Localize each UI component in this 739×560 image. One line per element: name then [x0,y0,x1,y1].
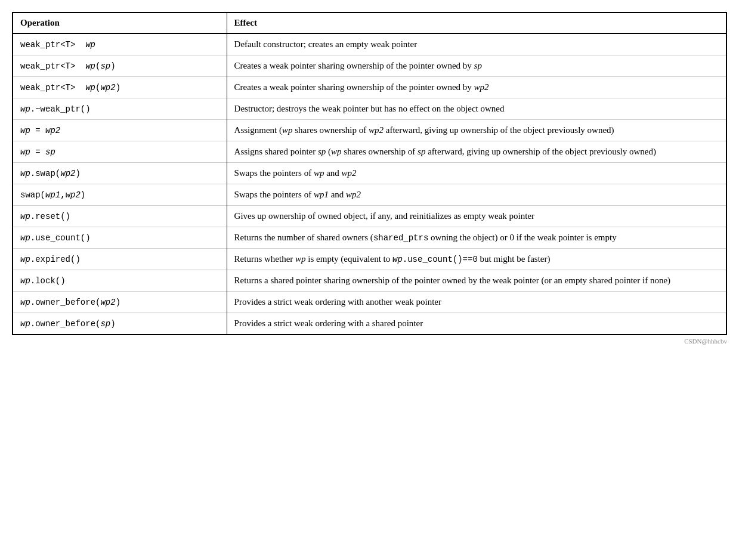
effect-cell: Creates a weak pointer sharing ownership… [227,55,726,77]
operation-cell: wp.owner_before(wp2) [13,292,227,313]
operation-cell: wp.swap(wp2) [13,163,227,184]
operation-cell: wp = wp2 [13,120,227,141]
table-row: weak_ptr<T> wp(sp)Creates a weak pointer… [13,55,726,77]
effect-cell: Swaps the pointers of wp1 and wp2 [227,184,726,206]
header-operation: Operation [13,13,227,33]
effect-cell: Provides a strict weak ordering with ano… [227,292,726,313]
table-row: wp.swap(wp2)Swaps the pointers of wp and… [13,163,726,184]
effect-cell: Returns a shared pointer sharing ownersh… [227,270,726,292]
effect-cell: Provides a strict weak ordering with a s… [227,313,726,335]
effect-cell: Returns whether wp is empty (equivalent … [227,249,726,270]
operation-cell: wp.~weak_ptr() [13,98,227,120]
operation-cell: weak_ptr<T> wp [13,33,227,55]
table-row: swap(wp1,wp2)Swaps the pointers of wp1 a… [13,184,726,206]
table-row: wp.use_count()Returns the number of shar… [13,227,726,249]
table-row: wp.owner_before(sp)Provides a strict wea… [13,313,726,335]
watermark: CSDN@hhhcbv [12,335,727,345]
effect-cell: Assignment (wp shares ownership of wp2 a… [227,120,726,141]
effect-cell: Assigns shared pointer sp (wp shares own… [227,141,726,163]
operation-cell: wp = sp [13,141,227,163]
table-row: wp = wp2Assignment (wp shares ownership … [13,120,726,141]
effect-cell: Swaps the pointers of wp and wp2 [227,163,726,184]
table-row: weak_ptr<T> wp(wp2)Creates a weak pointe… [13,77,726,98]
effect-cell: Gives up ownership of owned object, if a… [227,206,726,227]
operation-cell: weak_ptr<T> wp(wp2) [13,77,227,98]
table-row: wp = spAssigns shared pointer sp (wp sha… [13,141,726,163]
effect-cell: Default constructor; creates an empty we… [227,33,726,55]
table-row: wp.reset()Gives up ownership of owned ob… [13,206,726,227]
table-row: wp.expired()Returns whether wp is empty … [13,249,726,270]
operation-cell: weak_ptr<T> wp(sp) [13,55,227,77]
effect-cell: Creates a weak pointer sharing ownership… [227,77,726,98]
operation-cell: wp.reset() [13,206,227,227]
header-effect: Effect [227,13,726,33]
operation-cell: swap(wp1,wp2) [13,184,227,206]
reference-table: Operation Effect weak_ptr<T> wpDefault c… [12,12,727,335]
effect-cell: Destructor; destroys the weak pointer bu… [227,98,726,120]
page-container: Operation Effect weak_ptr<T> wpDefault c… [12,12,727,345]
table-row: wp.owner_before(wp2)Provides a strict we… [13,292,726,313]
operation-cell: wp.use_count() [13,227,227,249]
effect-cell: Returns the number of shared owners (sha… [227,227,726,249]
table-row: weak_ptr<T> wpDefault constructor; creat… [13,33,726,55]
operation-cell: wp.expired() [13,249,227,270]
table-row: wp.lock()Returns a shared pointer sharin… [13,270,726,292]
operation-cell: wp.lock() [13,270,227,292]
operation-cell: wp.owner_before(sp) [13,313,227,335]
table-row: wp.~weak_ptr()Destructor; destroys the w… [13,98,726,120]
